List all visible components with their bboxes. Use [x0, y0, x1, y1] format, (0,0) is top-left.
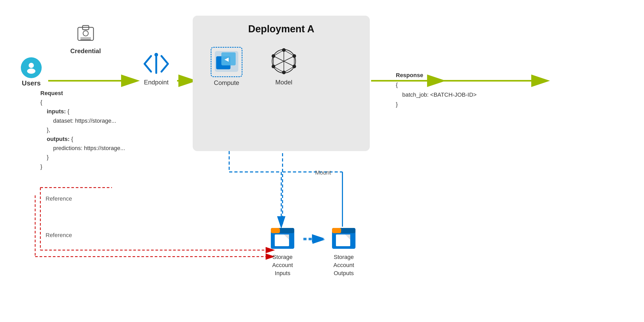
compute-block: Compute: [206, 47, 247, 86]
storage-inputs-block: Storage Account Inputs: [262, 227, 303, 277]
storage-outputs-line2: Outputs: [334, 270, 354, 276]
user-svg: [25, 61, 38, 74]
request-title: Request: [40, 90, 63, 96]
user-label: Users: [16, 79, 47, 87]
storage-inputs-line2: Inputs: [275, 270, 290, 276]
storage-inputs-line1: Storage Account: [272, 254, 293, 268]
reference-label-2: Reference: [46, 232, 72, 239]
endpoint-block: Endpoint: [138, 52, 174, 86]
storage-outputs-block: Storage Account Outputs: [323, 227, 365, 277]
svg-point-25: [27, 69, 35, 74]
compute-border: [211, 47, 242, 77]
endpoint-label: Endpoint: [138, 79, 174, 86]
svg-rect-55: [271, 228, 280, 233]
response-block: Response { batch_job: <BATCH-JOB-ID> }: [396, 70, 477, 109]
request-line1: {: [40, 98, 125, 107]
credential-label: Credential: [70, 47, 101, 55]
request-line2: inputs: {: [40, 107, 125, 116]
endpoint-icon: [142, 52, 171, 76]
svg-rect-60: [332, 228, 341, 233]
response-line3: }: [396, 100, 477, 109]
diagram-container: Users Credential Request { inputs: { dat…: [0, 0, 644, 322]
storage-outputs-label: Storage Account Outputs: [323, 253, 365, 277]
reference-label-1: Reference: [46, 195, 72, 202]
request-line8: }: [40, 162, 125, 171]
model-label: Model: [266, 79, 302, 86]
request-block: Request { inputs: { dataset: https://sto…: [40, 89, 125, 171]
compute-label: Compute: [206, 79, 247, 86]
deployment-title: Deployment A: [201, 23, 362, 35]
storage-outputs-icon: [331, 227, 357, 250]
request-line3: dataset: https://storage...: [40, 116, 125, 125]
svg-point-32: [154, 53, 158, 57]
request-line5: outputs: {: [40, 134, 125, 144]
model-icon: [268, 47, 299, 76]
response-line2: batch_job: <BATCH-JOB-ID>: [396, 90, 477, 100]
request-line7: }: [40, 153, 125, 162]
user-icon-block: Users: [16, 57, 47, 87]
credential-icon: [75, 23, 96, 44]
user-avatar: [21, 57, 42, 78]
response-title: Response: [396, 72, 423, 78]
storage-outputs-line1: Storage Account: [333, 254, 354, 268]
svg-point-24: [29, 63, 34, 68]
credential-block: Credential: [70, 23, 101, 55]
mount-label: Mount: [315, 169, 331, 176]
request-line4: },: [40, 125, 125, 134]
request-line6: predictions: https://storage...: [40, 144, 125, 153]
storage-inputs-icon: [270, 227, 296, 250]
storage-inputs-label: Storage Account Inputs: [262, 253, 303, 277]
compute-icon: [214, 50, 240, 73]
response-line1: {: [396, 80, 477, 90]
svg-point-28: [83, 31, 88, 36]
model-block: Model: [266, 47, 302, 86]
